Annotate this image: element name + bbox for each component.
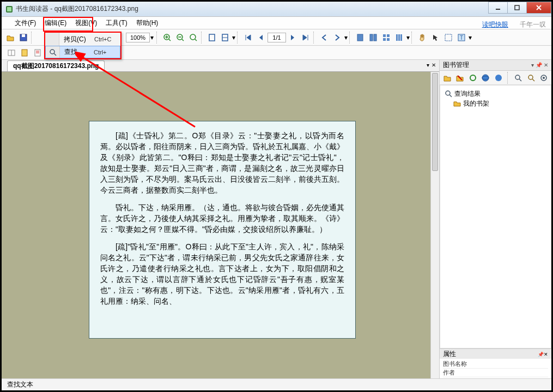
layout2-icon[interactable] — [367, 32, 379, 44]
svg-rect-38 — [22, 50, 27, 56]
menu-find[interactable]: 查找... Ctrl+ — [45, 46, 120, 58]
lib-search2-icon[interactable] — [526, 72, 536, 84]
prev-page-icon[interactable] — [255, 32, 267, 44]
svg-line-54 — [449, 95, 452, 97]
svg-rect-29 — [387, 38, 390, 41]
svg-rect-25 — [374, 34, 376, 41]
open-icon[interactable] — [4, 32, 16, 44]
app-icon — [5, 5, 14, 14]
quick-link[interactable]: 读吧快眼 — [482, 21, 508, 28]
title-bar: 书生阅读器 - qq截图20170816172343.png — [2, 2, 551, 17]
zoom-in-icon[interactable] — [161, 32, 173, 44]
panel-title: 图书管理 — [443, 60, 469, 70]
svg-rect-28 — [383, 38, 386, 41]
svg-rect-23 — [357, 34, 363, 41]
props-close-icon[interactable]: ✕ — [544, 352, 548, 357]
lib-settings-icon[interactable] — [539, 72, 549, 84]
zoom-dropdown[interactable]: ▾ — [150, 34, 154, 41]
document-viewport[interactable]: [疏]《士昏礼》第二。O郑《目录》云："士娶妻之礼，以昏为而名焉。必以昏者，阳往… — [2, 72, 439, 378]
svg-point-46 — [495, 75, 502, 81]
next-page-icon[interactable] — [287, 32, 299, 44]
lib-web-icon[interactable] — [481, 72, 491, 84]
menu-file[interactable]: 文件(F) — [10, 17, 40, 29]
select-dropdown[interactable]: ▾ — [468, 34, 472, 41]
nav-prev-icon[interactable] — [318, 32, 330, 44]
lib-refresh-icon[interactable] — [468, 72, 478, 84]
tree-item-results[interactable]: 查询结果 — [445, 89, 546, 99]
close-button[interactable] — [526, 2, 551, 14]
menu-copy[interactable]: 拷贝(C) Ctrl+C — [45, 33, 120, 46]
bookmark-icon[interactable] — [19, 47, 31, 59]
last-page-icon[interactable] — [300, 32, 312, 44]
prop-name-key: 图书名称 — [443, 360, 476, 368]
maximize-button[interactable] — [507, 2, 527, 14]
minimize-button[interactable] — [488, 2, 508, 14]
panel-pin-icon[interactable]: 📌 — [536, 62, 542, 68]
panel-toolbar — [440, 71, 551, 85]
menu-tools[interactable]: 工具(T) — [101, 17, 131, 29]
document-tab[interactable]: qq截图20170816172343.png — [7, 60, 105, 71]
svg-rect-1 — [7, 7, 11, 11]
svg-text:T: T — [460, 35, 463, 41]
pointer-icon[interactable] — [429, 32, 441, 44]
layout3-icon[interactable] — [380, 32, 392, 44]
svg-line-7 — [54, 53, 56, 56]
svg-point-52 — [543, 77, 545, 79]
menu-help[interactable]: 帮助(H) — [132, 17, 163, 29]
book-icon[interactable] — [5, 47, 17, 59]
folder-icon — [453, 100, 461, 107]
zoom-region-icon[interactable] — [187, 32, 199, 44]
layout1-icon[interactable] — [354, 32, 366, 44]
side-panel: 图书管理 ▾ 📌 ✕ 查 — [440, 60, 551, 378]
annotation-highlight-edit — [43, 17, 93, 32]
svg-rect-26 — [383, 34, 386, 37]
props-pin-icon[interactable]: 📌 — [538, 352, 544, 357]
doc-paragraph: [疏]"昏礼"至"用雁"。O释曰：从此下至"主人许，宾入，礼"，陈纳采问名之礼。… — [100, 241, 344, 307]
page-indicator[interactable]: 1/1 — [268, 33, 286, 42]
svg-point-49 — [528, 75, 533, 79]
svg-line-14 — [169, 39, 171, 41]
lib-open-icon[interactable] — [442, 72, 452, 84]
lib-link-icon[interactable] — [494, 72, 503, 84]
tree-item-shelf[interactable]: 我的书架 — [453, 99, 546, 108]
save-icon[interactable] — [17, 32, 29, 44]
lib-search-icon[interactable] — [513, 72, 523, 84]
note-icon[interactable] — [32, 47, 44, 59]
scrollbar-thumb[interactable] — [432, 73, 438, 171]
svg-rect-33 — [445, 34, 452, 41]
properties-panel: 属性 📌✕ 图书名称 作者 — [440, 348, 551, 378]
svg-rect-31 — [398, 34, 400, 41]
tab-menu-icon[interactable]: ▾ — [427, 62, 429, 68]
nav-dropdown[interactable]: ▾ — [344, 34, 348, 41]
first-page-icon[interactable] — [242, 32, 254, 44]
svg-line-50 — [532, 79, 534, 81]
edit-dropdown: 拷贝(C) Ctrl+C 查找... Ctrl+ — [44, 32, 121, 59]
doc-paragraph: [疏]《士昏礼》第二。O郑《目录》云："士娶妻之礼，以昏为而名焉。必以昏者，阳往… — [100, 130, 344, 195]
fit-dropdown[interactable]: ▾ — [232, 34, 236, 41]
status-bar: 查找文本 — [2, 378, 551, 390]
svg-point-43 — [470, 75, 476, 81]
fit-width-icon[interactable] — [219, 32, 231, 44]
tab-close-icon[interactable]: ✕ — [432, 62, 436, 68]
panel-close-icon[interactable]: ✕ — [544, 62, 548, 68]
window-title: 书生阅读器 - qq截图20170816172343.png — [16, 4, 138, 14]
document-tab-bar: qq截图20170816172343.png ▾ ✕ — [2, 60, 439, 72]
vertical-scrollbar[interactable] — [430, 72, 439, 378]
layout-dropdown[interactable]: ▾ — [406, 34, 410, 41]
layout4-icon[interactable] — [393, 32, 405, 44]
hand-icon[interactable] — [416, 32, 428, 44]
nav-next-icon[interactable] — [331, 32, 343, 44]
svg-line-19 — [195, 39, 197, 41]
phrase-text: 千年一叹 — [520, 21, 546, 28]
panel-menu-icon[interactable]: ▾ — [531, 62, 534, 68]
svg-point-44 — [482, 75, 489, 81]
select-icon[interactable] — [442, 32, 454, 44]
lib-remove-icon[interactable] — [455, 72, 465, 84]
svg-point-53 — [446, 91, 450, 95]
library-tree[interactable]: 查询结果 我的书架 — [440, 85, 551, 348]
zoom-out-icon[interactable] — [174, 32, 186, 44]
zoom-value[interactable]: 100% — [126, 33, 150, 42]
text-select-icon[interactable]: T — [455, 32, 467, 44]
svg-point-6 — [50, 50, 54, 54]
fit-page-icon[interactable] — [206, 32, 218, 44]
